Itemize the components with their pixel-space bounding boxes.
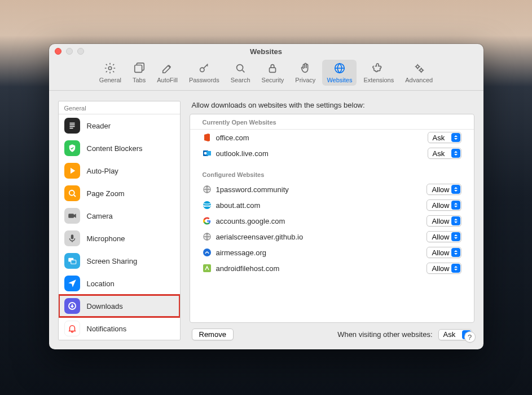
svg-point-22: [203, 201, 211, 209]
favicon-icon: [203, 201, 212, 210]
window-title: Websites: [250, 47, 282, 56]
open-websites-header: Currently Open Websites: [190, 114, 474, 130]
tab-extensions[interactable]: Extensions: [359, 60, 398, 86]
sidebar-item-reader[interactable]: Reader: [59, 114, 180, 137]
website-row[interactable]: outlook.live.comAsk: [190, 145, 474, 161]
website-domain: about.att.com: [216, 201, 261, 210]
tab-websites[interactable]: Websites: [322, 60, 357, 86]
sidebar-item-downloads[interactable]: Downloads: [59, 295, 180, 317]
sidebar-item-label: Camera: [87, 212, 113, 220]
sidebar-item-location[interactable]: Location: [59, 272, 180, 295]
tab-search[interactable]: Search: [226, 60, 255, 86]
preferences-window: Websites General Tabs AutoFill Passwords…: [49, 44, 483, 349]
sidebar: General Reader Content Blockers Auto-Pla…: [58, 101, 181, 340]
tab-tabs[interactable]: Tabs: [128, 60, 150, 86]
titlebar: Websites: [49, 44, 483, 59]
website-row[interactable]: 1password.communityAllow: [190, 181, 474, 197]
svg-rect-19: [206, 151, 211, 156]
tab-general[interactable]: General: [95, 60, 126, 86]
website-row[interactable]: office.comAsk: [190, 130, 474, 145]
download-icon: [64, 298, 80, 314]
puzzle-icon: [372, 62, 385, 74]
sidebar-header: General: [59, 101, 180, 114]
website-row[interactable]: about.att.comAllow: [190, 197, 474, 213]
website-domain: aerialscreensaver.github.io: [216, 233, 304, 241]
svg-rect-13: [68, 214, 74, 218]
svg-rect-11: [69, 128, 73, 129]
hand-icon: [299, 62, 311, 74]
website-list-panel: Currently Open Websites office.comAskout…: [190, 114, 474, 323]
website-row[interactable]: aerialscreensaver.github.ioAllow: [190, 229, 474, 245]
search-icon: [234, 62, 247, 74]
sidebar-item-label: Microphone: [87, 234, 125, 243]
detail-pane: Allow downloads on websites with the set…: [190, 101, 474, 340]
website-setting-dropdown[interactable]: Ask: [428, 132, 461, 143]
svg-rect-16: [71, 260, 76, 264]
maximize-window-button[interactable]: [77, 48, 84, 55]
website-setting-dropdown[interactable]: Allow: [427, 215, 461, 227]
tabs-icon: [133, 62, 146, 74]
tab-autofill[interactable]: AutoFill: [152, 60, 182, 86]
website-setting-dropdown[interactable]: Ask: [428, 148, 461, 159]
svg-rect-10: [69, 126, 74, 127]
tab-privacy[interactable]: Privacy: [291, 60, 320, 86]
website-row[interactable]: androidfilehost.comAllow: [190, 260, 474, 276]
website-setting-dropdown[interactable]: Allow: [427, 184, 461, 195]
website-row[interactable]: accounts.google.comAllow: [190, 213, 474, 229]
svg-rect-1: [134, 65, 142, 73]
website-row[interactable]: airmessage.orgAllow: [190, 245, 474, 260]
traffic-lights: [55, 48, 84, 55]
sidebar-item-label: Downloads: [87, 302, 123, 310]
gear-icon: [104, 62, 116, 74]
svg-point-24: [203, 248, 211, 256]
svg-rect-4: [270, 68, 276, 72]
tab-advanced[interactable]: Advanced: [401, 60, 437, 86]
website-setting-dropdown[interactable]: Allow: [427, 247, 461, 258]
sidebar-item-label: Content Blockers: [87, 144, 143, 153]
favicon-icon: [203, 185, 212, 194]
configured-websites-header: Configured Websites: [190, 161, 474, 181]
remove-button[interactable]: Remove: [192, 329, 234, 340]
sidebar-item-screen-sharing[interactable]: Screen Sharing: [59, 250, 180, 272]
pen-icon: [161, 62, 174, 74]
sidebar-item-content-blockers[interactable]: Content Blockers: [59, 137, 180, 159]
sidebar-item-label: Notifications: [87, 325, 127, 333]
tab-security[interactable]: Security: [257, 60, 289, 86]
reader-icon: [64, 118, 80, 134]
sidebar-item-notifications[interactable]: Notifications: [59, 317, 180, 340]
website-setting-dropdown[interactable]: Allow: [427, 231, 461, 242]
svg-point-20: [204, 152, 206, 155]
toolbar: General Tabs AutoFill Passwords Search S…: [49, 59, 483, 91]
sidebar-item-auto-play[interactable]: Auto-Play: [59, 159, 180, 182]
content: General Reader Content Blockers Auto-Pla…: [49, 91, 483, 349]
help-button[interactable]: ?: [464, 331, 476, 343]
website-domain: 1password.community: [216, 185, 289, 194]
sidebar-item-label: Reader: [87, 122, 111, 130]
sidebar-item-label: Location: [87, 279, 115, 288]
location-icon: [64, 276, 80, 291]
close-window-button[interactable]: [55, 48, 61, 55]
website-domain: androidfilehost.com: [216, 264, 280, 273]
zoom-icon: [64, 185, 80, 201]
favicon-icon: [203, 232, 212, 241]
globe-icon: [333, 62, 346, 74]
sidebar-item-label: Screen Sharing: [87, 257, 138, 265]
svg-point-2: [200, 68, 204, 72]
website-setting-dropdown[interactable]: Allow: [427, 263, 461, 274]
website-domain: accounts.google.com: [216, 217, 285, 225]
minimize-window-button[interactable]: [66, 48, 73, 55]
sidebar-item-camera[interactable]: Camera: [59, 205, 180, 227]
svg-rect-8: [69, 123, 74, 124]
key-icon: [198, 62, 210, 74]
sidebar-item-page-zoom[interactable]: Page Zoom: [59, 182, 180, 205]
tab-passwords[interactable]: Passwords: [184, 60, 224, 86]
svg-point-7: [420, 69, 423, 72]
website-domain: outlook.live.com: [216, 149, 269, 158]
lock-icon: [266, 62, 279, 74]
favicon-icon: [203, 149, 212, 158]
favicon-icon: [203, 133, 212, 142]
sidebar-item-microphone[interactable]: Microphone: [59, 227, 180, 250]
svg-point-3: [237, 65, 243, 71]
website-setting-dropdown[interactable]: Allow: [427, 199, 461, 211]
favicon-icon: [203, 248, 212, 257]
